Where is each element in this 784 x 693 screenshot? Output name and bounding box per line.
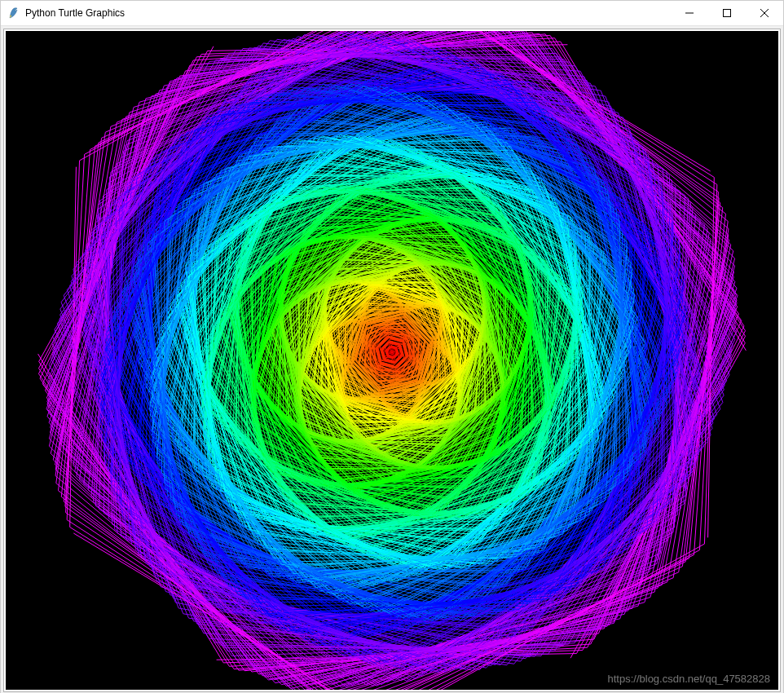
canvas-frame: https://blog.csdn.net/qq_47582828	[3, 29, 781, 692]
python-feather-icon	[7, 7, 20, 20]
window-title: Python Turtle Graphics	[25, 1, 671, 26]
client-area: https://blog.csdn.net/qq_47582828	[1, 26, 783, 693]
close-button[interactable]	[746, 1, 783, 26]
turtle-canvas	[6, 31, 778, 690]
app-window: Python Turtle Graphics https://blog.csdn…	[0, 0, 784, 693]
svg-rect-1	[724, 10, 731, 17]
minimize-button[interactable]	[671, 1, 708, 26]
maximize-button[interactable]	[708, 1, 746, 26]
titlebar[interactable]: Python Turtle Graphics	[1, 1, 783, 26]
window-controls	[671, 1, 783, 26]
